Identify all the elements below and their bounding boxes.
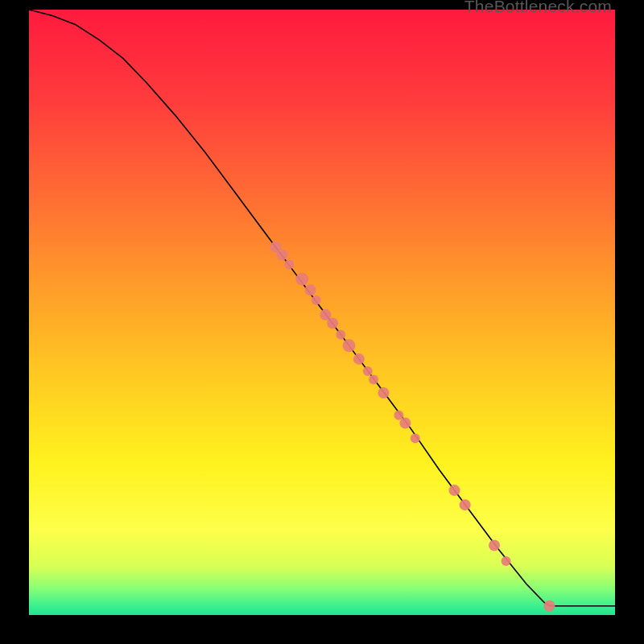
data-point	[304, 284, 316, 295]
data-point	[336, 330, 345, 340]
data-point	[284, 260, 294, 270]
data-point	[399, 418, 411, 429]
data-point	[363, 366, 373, 376]
data-point	[327, 318, 338, 329]
chart-container: TheBottleneck.com	[0, 0, 644, 644]
data-point	[369, 374, 378, 384]
data-point	[449, 485, 460, 496]
data-point	[353, 353, 365, 365]
data-point	[460, 499, 471, 510]
watermark-label: TheBottleneck.com	[464, 0, 612, 16]
data-point	[312, 295, 321, 305]
chart-svg	[29, 10, 615, 615]
data-point	[342, 339, 355, 352]
data-point	[378, 387, 389, 398]
data-point	[277, 250, 288, 261]
plot-area: TheBottleneck.com	[29, 10, 615, 615]
data-point	[543, 601, 555, 612]
data-point	[411, 433, 420, 443]
data-point	[489, 540, 500, 551]
data-point	[502, 556, 511, 566]
data-point	[295, 273, 308, 286]
